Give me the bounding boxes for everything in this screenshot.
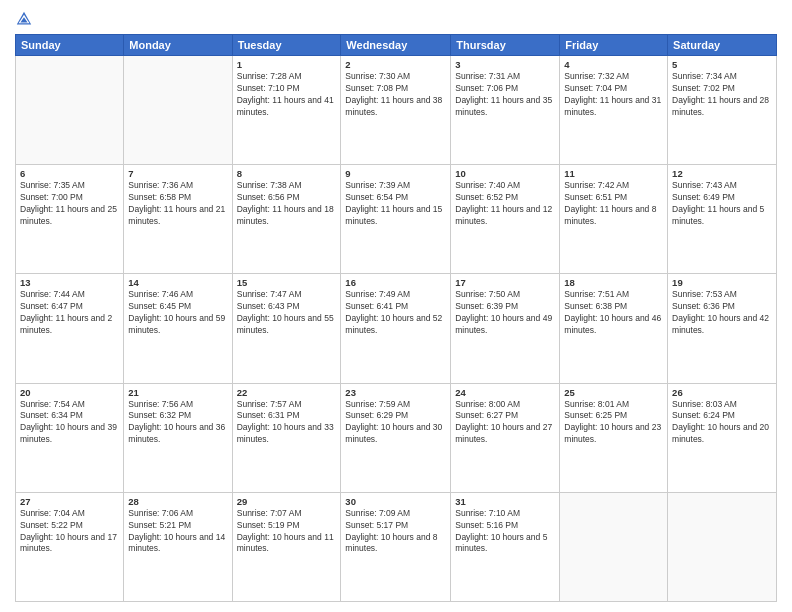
calendar-cell (560, 492, 668, 601)
calendar-cell: 1Sunrise: 7:28 AM Sunset: 7:10 PM Daylig… (232, 56, 341, 165)
calendar-cell: 21Sunrise: 7:56 AM Sunset: 6:32 PM Dayli… (124, 383, 232, 492)
calendar-cell: 7Sunrise: 7:36 AM Sunset: 6:58 PM Daylig… (124, 165, 232, 274)
day-number: 30 (345, 496, 446, 507)
logo-icon (15, 10, 33, 28)
day-number: 29 (237, 496, 337, 507)
calendar-cell (668, 492, 777, 601)
day-number: 20 (20, 387, 119, 398)
cell-text: Sunrise: 7:38 AM Sunset: 6:56 PM Dayligh… (237, 180, 337, 228)
cell-text: Sunrise: 7:44 AM Sunset: 6:47 PM Dayligh… (20, 289, 119, 337)
calendar-cell: 15Sunrise: 7:47 AM Sunset: 6:43 PM Dayli… (232, 274, 341, 383)
calendar-cell: 9Sunrise: 7:39 AM Sunset: 6:54 PM Daylig… (341, 165, 451, 274)
week-row-1: 1Sunrise: 7:28 AM Sunset: 7:10 PM Daylig… (16, 56, 777, 165)
cell-text: Sunrise: 7:09 AM Sunset: 5:17 PM Dayligh… (345, 508, 446, 556)
cell-text: Sunrise: 7:04 AM Sunset: 5:22 PM Dayligh… (20, 508, 119, 556)
cell-text: Sunrise: 8:00 AM Sunset: 6:27 PM Dayligh… (455, 399, 555, 447)
calendar-cell: 23Sunrise: 7:59 AM Sunset: 6:29 PM Dayli… (341, 383, 451, 492)
day-number: 10 (455, 168, 555, 179)
cell-text: Sunrise: 7:36 AM Sunset: 6:58 PM Dayligh… (128, 180, 227, 228)
cell-text: Sunrise: 7:31 AM Sunset: 7:06 PM Dayligh… (455, 71, 555, 119)
weekday-header-saturday: Saturday (668, 35, 777, 56)
day-number: 6 (20, 168, 119, 179)
calendar-cell: 26Sunrise: 8:03 AM Sunset: 6:24 PM Dayli… (668, 383, 777, 492)
cell-text: Sunrise: 7:46 AM Sunset: 6:45 PM Dayligh… (128, 289, 227, 337)
cell-text: Sunrise: 7:56 AM Sunset: 6:32 PM Dayligh… (128, 399, 227, 447)
calendar-cell: 12Sunrise: 7:43 AM Sunset: 6:49 PM Dayli… (668, 165, 777, 274)
calendar-cell: 4Sunrise: 7:32 AM Sunset: 7:04 PM Daylig… (560, 56, 668, 165)
calendar-cell: 8Sunrise: 7:38 AM Sunset: 6:56 PM Daylig… (232, 165, 341, 274)
cell-text: Sunrise: 7:34 AM Sunset: 7:02 PM Dayligh… (672, 71, 772, 119)
day-number: 1 (237, 59, 337, 70)
calendar-cell: 31Sunrise: 7:10 AM Sunset: 5:16 PM Dayli… (451, 492, 560, 601)
cell-text: Sunrise: 7:57 AM Sunset: 6:31 PM Dayligh… (237, 399, 337, 447)
day-number: 4 (564, 59, 663, 70)
logo (15, 10, 35, 28)
cell-text: Sunrise: 7:42 AM Sunset: 6:51 PM Dayligh… (564, 180, 663, 228)
cell-text: Sunrise: 7:49 AM Sunset: 6:41 PM Dayligh… (345, 289, 446, 337)
cell-text: Sunrise: 7:32 AM Sunset: 7:04 PM Dayligh… (564, 71, 663, 119)
week-row-4: 20Sunrise: 7:54 AM Sunset: 6:34 PM Dayli… (16, 383, 777, 492)
cell-text: Sunrise: 7:10 AM Sunset: 5:16 PM Dayligh… (455, 508, 555, 556)
calendar-cell: 2Sunrise: 7:30 AM Sunset: 7:08 PM Daylig… (341, 56, 451, 165)
cell-text: Sunrise: 8:03 AM Sunset: 6:24 PM Dayligh… (672, 399, 772, 447)
day-number: 22 (237, 387, 337, 398)
weekday-header-wednesday: Wednesday (341, 35, 451, 56)
calendar-cell: 14Sunrise: 7:46 AM Sunset: 6:45 PM Dayli… (124, 274, 232, 383)
weekday-header-thursday: Thursday (451, 35, 560, 56)
day-number: 16 (345, 277, 446, 288)
day-number: 14 (128, 277, 227, 288)
day-number: 31 (455, 496, 555, 507)
cell-text: Sunrise: 7:40 AM Sunset: 6:52 PM Dayligh… (455, 180, 555, 228)
day-number: 28 (128, 496, 227, 507)
day-number: 24 (455, 387, 555, 398)
weekday-header-row: SundayMondayTuesdayWednesdayThursdayFrid… (16, 35, 777, 56)
day-number: 11 (564, 168, 663, 179)
week-row-3: 13Sunrise: 7:44 AM Sunset: 6:47 PM Dayli… (16, 274, 777, 383)
calendar-cell: 17Sunrise: 7:50 AM Sunset: 6:39 PM Dayli… (451, 274, 560, 383)
cell-text: Sunrise: 7:06 AM Sunset: 5:21 PM Dayligh… (128, 508, 227, 556)
day-number: 2 (345, 59, 446, 70)
day-number: 8 (237, 168, 337, 179)
weekday-header-sunday: Sunday (16, 35, 124, 56)
cell-text: Sunrise: 7:28 AM Sunset: 7:10 PM Dayligh… (237, 71, 337, 119)
calendar-cell: 24Sunrise: 8:00 AM Sunset: 6:27 PM Dayli… (451, 383, 560, 492)
calendar-cell: 27Sunrise: 7:04 AM Sunset: 5:22 PM Dayli… (16, 492, 124, 601)
day-number: 19 (672, 277, 772, 288)
calendar-cell: 10Sunrise: 7:40 AM Sunset: 6:52 PM Dayli… (451, 165, 560, 274)
calendar-cell (16, 56, 124, 165)
calendar-cell: 16Sunrise: 7:49 AM Sunset: 6:41 PM Dayli… (341, 274, 451, 383)
weekday-header-monday: Monday (124, 35, 232, 56)
cell-text: Sunrise: 7:54 AM Sunset: 6:34 PM Dayligh… (20, 399, 119, 447)
calendar-cell: 25Sunrise: 8:01 AM Sunset: 6:25 PM Dayli… (560, 383, 668, 492)
day-number: 12 (672, 168, 772, 179)
calendar-cell: 3Sunrise: 7:31 AM Sunset: 7:06 PM Daylig… (451, 56, 560, 165)
cell-text: Sunrise: 7:07 AM Sunset: 5:19 PM Dayligh… (237, 508, 337, 556)
calendar-cell: 19Sunrise: 7:53 AM Sunset: 6:36 PM Dayli… (668, 274, 777, 383)
day-number: 9 (345, 168, 446, 179)
cell-text: Sunrise: 7:59 AM Sunset: 6:29 PM Dayligh… (345, 399, 446, 447)
cell-text: Sunrise: 7:39 AM Sunset: 6:54 PM Dayligh… (345, 180, 446, 228)
day-number: 13 (20, 277, 119, 288)
calendar-cell: 18Sunrise: 7:51 AM Sunset: 6:38 PM Dayli… (560, 274, 668, 383)
day-number: 7 (128, 168, 227, 179)
calendar-cell: 30Sunrise: 7:09 AM Sunset: 5:17 PM Dayli… (341, 492, 451, 601)
cell-text: Sunrise: 7:30 AM Sunset: 7:08 PM Dayligh… (345, 71, 446, 119)
calendar-cell: 5Sunrise: 7:34 AM Sunset: 7:02 PM Daylig… (668, 56, 777, 165)
cell-text: Sunrise: 7:50 AM Sunset: 6:39 PM Dayligh… (455, 289, 555, 337)
calendar-cell (124, 56, 232, 165)
day-number: 17 (455, 277, 555, 288)
calendar-cell: 28Sunrise: 7:06 AM Sunset: 5:21 PM Dayli… (124, 492, 232, 601)
week-row-5: 27Sunrise: 7:04 AM Sunset: 5:22 PM Dayli… (16, 492, 777, 601)
calendar-table: SundayMondayTuesdayWednesdayThursdayFrid… (15, 34, 777, 602)
day-number: 18 (564, 277, 663, 288)
day-number: 27 (20, 496, 119, 507)
day-number: 23 (345, 387, 446, 398)
day-number: 25 (564, 387, 663, 398)
weekday-header-friday: Friday (560, 35, 668, 56)
calendar-cell: 13Sunrise: 7:44 AM Sunset: 6:47 PM Dayli… (16, 274, 124, 383)
calendar-cell: 20Sunrise: 7:54 AM Sunset: 6:34 PM Dayli… (16, 383, 124, 492)
day-number: 3 (455, 59, 555, 70)
calendar-cell: 22Sunrise: 7:57 AM Sunset: 6:31 PM Dayli… (232, 383, 341, 492)
cell-text: Sunrise: 8:01 AM Sunset: 6:25 PM Dayligh… (564, 399, 663, 447)
day-number: 5 (672, 59, 772, 70)
